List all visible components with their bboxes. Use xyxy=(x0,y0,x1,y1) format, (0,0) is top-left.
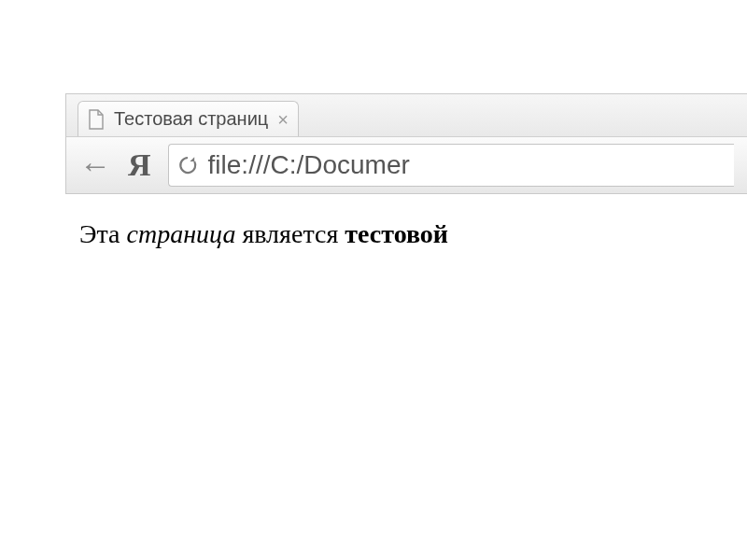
back-button[interactable]: ← xyxy=(79,149,111,181)
yandex-logo[interactable]: Я xyxy=(128,147,151,183)
browser-chrome: Тестовая страниц × ← Я file:///C:/Docume… xyxy=(65,93,747,194)
text-plain: является xyxy=(235,219,345,248)
page-body-text: Эта страница является тестовой xyxy=(79,219,448,249)
toolbar: ← Я file:///C:/Documer xyxy=(66,137,747,193)
close-icon[interactable]: × xyxy=(277,110,289,129)
address-url: file:///C:/Documer xyxy=(208,150,410,180)
page-icon xyxy=(88,109,105,130)
tab-title: Тестовая страниц xyxy=(114,108,268,130)
text-italic: страница xyxy=(127,219,236,248)
text-plain: Эта xyxy=(79,219,127,248)
text-bold: тестовой xyxy=(345,219,448,248)
tab-strip: Тестовая страниц × xyxy=(66,94,747,137)
address-bar[interactable]: file:///C:/Documer xyxy=(168,144,734,187)
reload-icon[interactable] xyxy=(176,154,199,176)
browser-tab[interactable]: Тестовая страниц × xyxy=(78,101,299,136)
